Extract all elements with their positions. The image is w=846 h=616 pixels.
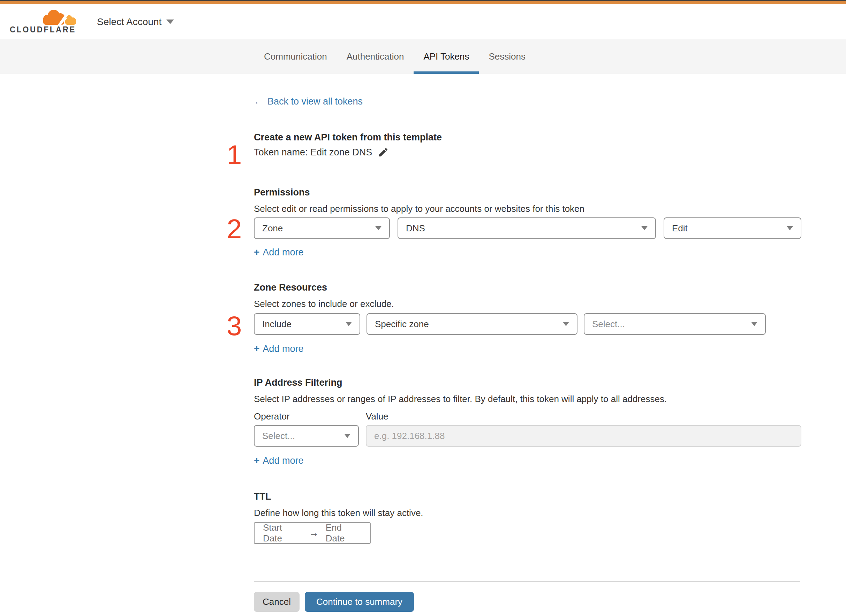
permissions-heading: Permissions [254,187,310,198]
plus-icon: + [254,247,259,258]
chevron-down-icon [344,434,350,438]
permission-scope-select[interactable]: Zone [254,217,390,239]
chevron-down-icon [751,322,758,326]
zone-type-select[interactable]: Specific zone [366,313,577,335]
logo-wordmark: CLOUDFLARE [10,25,76,34]
chevron-down-icon [641,226,647,230]
footer-actions: Cancel Continue to summary [254,592,414,612]
back-to-tokens-link[interactable]: ← Back to view all tokens [254,96,363,107]
permission-access-select[interactable]: Edit [664,217,801,239]
plus-icon: + [254,455,259,466]
zone-resources-heading: Zone Resources [254,282,327,293]
chevron-down-icon [787,226,793,230]
zone-include-value: Include [262,319,291,330]
end-date-placeholder: End Date [326,522,362,544]
plus-icon: + [254,343,259,354]
add-more-label: Add more [263,455,303,466]
chevron-down-icon [375,226,381,230]
zone-include-select[interactable]: Include [254,313,360,335]
ip-filtering-add-more-link[interactable]: + Add more [254,455,303,466]
add-more-label: Add more [263,247,303,258]
edit-pencil-icon[interactable] [378,147,389,158]
permissions-add-more-link[interactable]: + Add more [254,247,303,258]
ttl-description: Define how long this token will stay act… [254,507,423,518]
zone-resources-description: Select zones to include or exclude. [254,299,394,309]
zone-resources-add-more-link[interactable]: + Add more [254,343,303,354]
chevron-down-icon [346,322,352,326]
zone-resources-row: Include Specific zone Select... [254,313,766,335]
ttl-heading: TTL [254,491,271,502]
back-arrow-icon: ← [254,96,263,107]
start-date-placeholder: Start Date [263,522,302,544]
permissions-row: Zone DNS Edit [254,217,801,239]
zone-type-value: Specific zone [375,319,429,330]
main-content: ← Back to view all tokens 1 Create a new… [254,0,801,616]
permissions-description: Select edit or read permissions to apply… [254,204,584,214]
cancel-button[interactable]: Cancel [254,592,300,612]
chevron-down-icon [563,322,569,326]
step-marker-1: 1 [227,141,247,168]
value-label: Value [366,411,388,422]
template-heading: Create a new API token from this templat… [254,132,442,143]
footer-divider [254,581,800,582]
account-selector[interactable]: Select Account [97,4,174,40]
cloudflare-logo: CLOUDFLARE [10,8,77,34]
permission-access-value: Edit [672,223,688,234]
permission-resource-value: DNS [406,223,425,234]
ip-filtering-row: Select... [254,425,801,447]
page: CLOUDFLARE Select Account Communication … [0,0,846,616]
arrow-right-icon: → [309,528,319,539]
ip-value-input[interactable] [366,425,801,447]
add-more-label: Add more [263,343,303,354]
zone-picker-placeholder: Select... [592,319,625,330]
zone-picker-select[interactable]: Select... [584,313,766,335]
ip-filtering-description: Select IP addresses or ranges of IP addr… [254,394,667,405]
token-name-row: Token name: Edit zone DNS [254,147,389,158]
account-selector-label: Select Account [97,16,162,28]
permission-scope-value: Zone [262,223,283,234]
operator-label: Operator [254,411,290,422]
ip-filtering-heading: IP Address Filtering [254,377,343,388]
ttl-date-range-picker[interactable]: Start Date → End Date [254,522,371,544]
ip-operator-placeholder: Select... [262,431,295,441]
chevron-down-icon [166,19,174,24]
permission-resource-select[interactable]: DNS [397,217,656,239]
continue-to-summary-button[interactable]: Continue to summary [305,592,414,612]
back-link-label: Back to view all tokens [268,96,363,107]
step-marker-2: 2 [227,215,247,242]
token-name-text: Token name: Edit zone DNS [254,147,372,158]
ip-operator-select[interactable]: Select... [254,425,359,447]
step-marker-3: 3 [227,312,247,339]
